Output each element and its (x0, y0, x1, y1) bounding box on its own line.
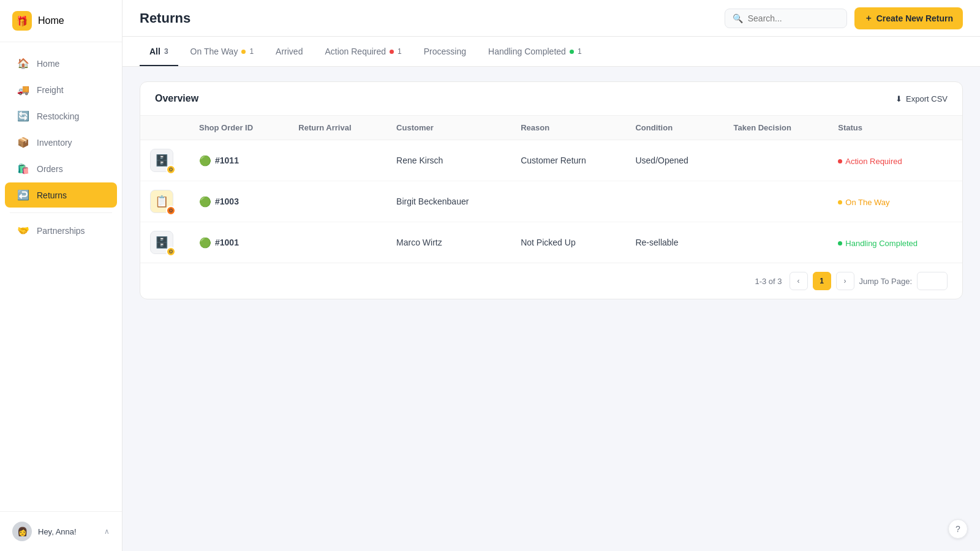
row1-status: Action Required (828, 140, 962, 181)
sidebar-logo[interactable]: 🎁 Home (0, 0, 122, 42)
sidebar-divider (10, 212, 112, 213)
order-id-value: #1011 (215, 156, 239, 165)
page-title: Returns (140, 10, 190, 26)
sidebar-item-label: Freight (37, 85, 64, 95)
home-label: Home (38, 15, 64, 26)
status-dot (838, 241, 842, 246)
pagination: 1-3 of 3 ‹ 1 › Jump To Page: (140, 263, 962, 299)
tab-processing[interactable]: Processing (414, 37, 476, 66)
sidebar-item-label: Inventory (37, 138, 72, 148)
home-icon: 🏠 (17, 58, 29, 69)
partnerships-icon: 🤝 (17, 225, 29, 236)
sidebar-item-returns[interactable]: ↩️ Returns (5, 182, 117, 208)
plus-icon: ＋ (864, 13, 873, 24)
action-required-dot (390, 50, 394, 54)
sidebar-nav: 🏠 Home 🚚 Freight 🔄 Restocking 📦 Inventor… (0, 42, 122, 511)
tab-handling-completed[interactable]: Handling Completed 1 (478, 37, 592, 66)
row3-taken-decision (723, 222, 828, 263)
search-box[interactable]: 🔍 (725, 9, 847, 28)
tab-action-required-label: Action Required (325, 47, 386, 56)
tab-arrived-label: Arrived (276, 47, 303, 56)
status-dot (838, 159, 842, 163)
row2-order-id: 🟢 #1003 (189, 181, 288, 222)
tab-all-label: All (149, 47, 160, 56)
overview-card: Overview ⬇ Export CSV Shop Order ID Retu… (140, 81, 963, 299)
sidebar-item-orders[interactable]: 🛍️ Orders (5, 156, 117, 181)
table-row[interactable]: 🗄️ ⚙ 🟢 #1011 Rene Kirs (140, 140, 962, 181)
table-body: 🗄️ ⚙ 🟢 #1011 Rene Kirs (140, 140, 962, 263)
sidebar-item-label: Orders (37, 164, 63, 174)
sidebar-item-home[interactable]: 🏠 Home (5, 51, 117, 76)
col-return-arrival: Return Arrival (288, 116, 386, 140)
search-input[interactable] (748, 13, 839, 23)
table-row[interactable]: 🗄️ ⚙ 🟢 #1001 Marco Wir (140, 222, 962, 263)
order-id-value: #1003 (215, 197, 239, 206)
order-bag-icon: 🟢 (199, 237, 211, 249)
col-thumbnail (140, 116, 189, 140)
row3-thumb-cell: 🗄️ ⚙ (140, 222, 189, 263)
sidebar-item-restocking[interactable]: 🔄 Restocking (5, 103, 117, 129)
create-new-return-button[interactable]: ＋ Create New Return (854, 7, 963, 29)
on-the-way-dot (241, 50, 246, 54)
next-page-button[interactable]: › (836, 272, 854, 290)
col-customer: Customer (386, 116, 511, 140)
chevron-up-icon[interactable]: ∧ (104, 527, 110, 536)
thumb-badge-yellow: ⚙ (166, 247, 176, 257)
user-name: Hey, Anna! (38, 527, 77, 536)
status-badge: Handling Completed (838, 239, 918, 248)
table-row[interactable]: 📋 ⚙ 🟢 #1003 Birgit Bec (140, 181, 962, 222)
sidebar-item-label: Partnerships (37, 226, 85, 236)
page-number: 1 (820, 277, 824, 285)
row1-order-id: 🟢 #1011 (189, 140, 288, 181)
col-reason: Reason (511, 116, 625, 140)
help-button[interactable]: ? (948, 519, 968, 539)
page-1-button[interactable]: 1 (813, 272, 831, 290)
returns-icon: ↩️ (17, 189, 29, 201)
row1-condition: Used/Opened (625, 140, 723, 181)
tab-action-required[interactable]: Action Required 1 (315, 37, 411, 66)
order-bag-icon: 🟢 (199, 155, 211, 167)
jump-to-page-input[interactable] (917, 272, 948, 290)
tabs-bar: All 3 On The Way 1 Arrived Action Requir… (123, 37, 980, 67)
row3-condition: Re-sellable (625, 222, 723, 263)
header-right: 🔍 ＋ Create New Return (725, 7, 963, 29)
sidebar-footer: 👩 Hey, Anna! ∧ (0, 511, 122, 551)
status-badge: On The Way (838, 198, 889, 207)
sidebar-item-label: Restocking (37, 111, 79, 121)
product-thumbnail: 📋 ⚙ (150, 190, 173, 213)
sidebar-item-label: Home (37, 59, 59, 69)
handling-completed-dot (570, 50, 574, 54)
row1-return-arrival (288, 140, 386, 181)
content-area: Overview ⬇ Export CSV Shop Order ID Retu… (123, 67, 980, 551)
product-thumbnail: 🗄️ ⚙ (150, 231, 173, 254)
row1-taken-decision (723, 140, 828, 181)
tab-arrived[interactable]: Arrived (266, 37, 312, 66)
product-thumbnail: 🗄️ ⚙ (150, 149, 173, 172)
sidebar-item-label: Returns (37, 190, 67, 200)
tab-on-the-way[interactable]: On The Way 1 (181, 37, 264, 66)
tab-all[interactable]: All 3 (140, 37, 178, 66)
product-cell: 🗄️ ⚙ (150, 149, 179, 172)
thumb-badge-orange: ⚙ (166, 206, 176, 216)
thumb-badge-yellow: ⚙ (166, 165, 176, 174)
sidebar-item-partnerships[interactable]: 🤝 Partnerships (5, 218, 117, 243)
returns-table: Shop Order ID Return Arrival Customer Re… (140, 116, 962, 263)
export-csv-button[interactable]: ⬇ Export CSV (895, 94, 948, 103)
row2-customer: Birgit Beckenbauer (386, 181, 511, 222)
logo-icon: 🎁 (12, 11, 32, 31)
avatar: 👩 (12, 522, 32, 541)
product-cell: 🗄️ ⚙ (150, 231, 179, 254)
row1-customer: Rene Kirsch (386, 140, 511, 181)
search-icon: 🔍 (733, 13, 743, 23)
create-btn-label: Create New Return (876, 13, 953, 23)
row2-return-arrival (288, 181, 386, 222)
order-id-cell: 🟢 #1003 (199, 196, 279, 208)
sidebar-item-inventory[interactable]: 📦 Inventory (5, 130, 117, 155)
sidebar-item-freight[interactable]: 🚚 Freight (5, 77, 117, 102)
col-status: Status (828, 116, 962, 140)
user-info[interactable]: 👩 Hey, Anna! (12, 522, 77, 541)
order-id-cell: 🟢 #1011 (199, 155, 279, 167)
freight-icon: 🚚 (17, 84, 29, 96)
prev-page-button[interactable]: ‹ (790, 272, 808, 290)
row1-reason: Customer Return (511, 140, 625, 181)
